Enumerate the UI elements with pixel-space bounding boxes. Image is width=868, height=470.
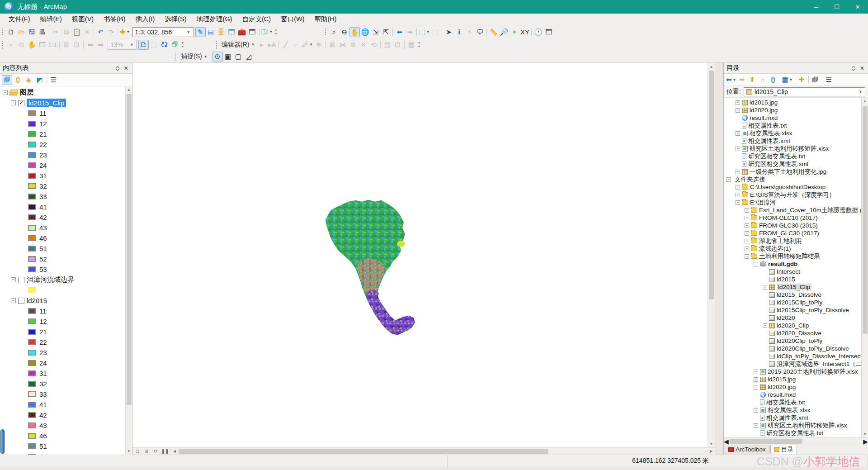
catalog-tree-item[interactable]: Intersect [725, 268, 861, 275]
toc-legend-row[interactable]: 32 [0, 181, 125, 191]
save-icon[interactable]: 🖫 [27, 27, 37, 37]
item-label[interactable]: 研究区相交属性表.txt [748, 152, 805, 160]
list-by-drawing-order-icon[interactable]: 🗊 [2, 75, 12, 85]
contents-view-icon[interactable]: ▦▼ [782, 75, 793, 85]
menu-item-4[interactable]: 书签(B) [99, 14, 130, 25]
item-label[interactable]: ld2020.jpg [750, 107, 778, 114]
item-label[interactable]: FROM_GLC30 (2017) [759, 230, 819, 237]
data-view-button[interactable]: 🗋 [133, 448, 142, 455]
list-by-visibility-icon[interactable]: ◈ [24, 75, 34, 85]
catalog-horizontal-scrollbar[interactable]: ◀ ▶ [724, 437, 868, 445]
add-data-icon[interactable]: ✚▼ [119, 27, 131, 37]
fixed-zoom-in-icon[interactable]: ⇲ [370, 27, 381, 37]
toolbar-grip[interactable] [216, 41, 218, 49]
item-label[interactable]: ld2015_Dissolve [777, 291, 821, 298]
toc-legend-row[interactable] [0, 285, 125, 295]
collapse-icon[interactable]: − [736, 200, 740, 205]
scroll-right-icon[interactable]: ▶ [708, 449, 715, 453]
up-one-level-icon[interactable]: ⬆ [747, 75, 758, 85]
item-label[interactable]: result.mxd [768, 391, 796, 398]
catalog-tree-item[interactable]: +ld2020_Clip [725, 322, 861, 329]
layer-label[interactable]: 沮漳河流域边界 [27, 275, 74, 284]
expand-icon[interactable]: + [736, 131, 740, 136]
list-by-selection-icon[interactable]: ◩ [34, 75, 45, 85]
item-label[interactable]: ld2020_Dissolve [777, 330, 821, 337]
item-label[interactable]: 流域边界(1) [759, 245, 791, 252]
layout-go-back-icon[interactable]: ⬅ [85, 40, 95, 50]
snapping-menu-button[interactable]: 捕捉(S)▼ [179, 52, 209, 61]
catalog-tree-item[interactable]: ld2015Clip_toPly_Dissolve [725, 306, 861, 314]
expand-icon[interactable]: + [736, 108, 740, 113]
toc-legend-row[interactable]: 21 [0, 327, 125, 337]
toc-legend-row[interactable]: 11 [0, 108, 125, 119]
html-popup-icon[interactable]: 🗩 [475, 27, 485, 37]
toolbar-grip[interactable] [2, 41, 4, 49]
item-label[interactable]: ldClip_toPly_Dissolve_Intersect [777, 353, 861, 360]
toc-legend-row[interactable]: 52 [0, 254, 125, 264]
item-label[interactable]: result.mxd [750, 114, 778, 121]
toc-legend-row[interactable]: 43 [0, 223, 125, 233]
item-label[interactable]: ld2015.jpg [768, 376, 796, 383]
toc-layer-row[interactable]: −沮漳河流域边界 [0, 275, 125, 285]
toc-legend-row[interactable]: 46 [0, 431, 125, 441]
expand-icon[interactable]: + [736, 185, 740, 190]
table-of-contents-icon[interactable]: ▤ [206, 27, 216, 37]
scroll-down-icon[interactable]: ▼ [708, 440, 715, 447]
toggle-draft-mode-icon[interactable]: 🗋 [138, 40, 149, 50]
rotate-icon[interactable]: ⟲ [368, 40, 379, 50]
item-label[interactable]: 一级分类下土地利用变化.jpg [750, 168, 826, 176]
split-icon[interactable]: ✕ [358, 40, 368, 50]
layout-zoom-whole-page-icon[interactable]: 🗖 [37, 40, 47, 50]
cut-icon[interactable]: ✂ [51, 27, 61, 37]
toc-legend-row[interactable]: 41 [0, 399, 125, 410]
menu-item-9[interactable]: 窗口(W) [276, 14, 309, 25]
go-forward-extent-icon[interactable]: ➡ [405, 27, 415, 37]
hyperlink-icon[interactable]: ⚡ [464, 27, 475, 37]
undo-icon[interactable]: ↶ [95, 27, 106, 37]
menu-item-5[interactable]: 插入(I) [131, 14, 160, 25]
item-label[interactable]: 研究区土地利用转移矩阵.xlsx [768, 422, 847, 429]
catalog-tree-item[interactable]: ld2015 [725, 275, 861, 283]
expand-icon[interactable]: + [745, 239, 749, 243]
scroll-left-icon[interactable]: ◀ [171, 449, 178, 453]
catalog-tree-item[interactable]: 相交属性表.txt [725, 399, 861, 406]
search-window-icon[interactable]: 🗔 [226, 27, 237, 37]
create-features-icon[interactable]: ▦ [406, 40, 416, 50]
catalog-tree-item[interactable]: +ld2015.jpg [725, 99, 861, 106]
expand-icon[interactable]: + [736, 170, 740, 174]
point-tool-icon[interactable]: ✳ [313, 40, 324, 50]
layout-fixed-zoom-in-icon[interactable]: ⊞ [61, 40, 71, 50]
expand-icon[interactable]: + [763, 323, 767, 328]
go-to-xy-icon[interactable]: XY [519, 27, 530, 37]
copy-icon[interactable]: ⧉ [61, 27, 71, 37]
catalog-tree-item[interactable]: ld2020 [725, 314, 861, 322]
go-back-extent-icon[interactable]: ⬅ [394, 27, 405, 37]
catalog-options-icon[interactable]: ☰ [824, 75, 834, 85]
toc-legend-row[interactable]: 12 [0, 316, 125, 327]
catalog-tree-item[interactable]: +Esri_Land_Cover_10m土地覆盖数据 (2 [725, 206, 861, 214]
identify-icon[interactable]: ℹ [454, 27, 464, 37]
layout-zoom-out-icon[interactable]: ⊖ [16, 40, 27, 50]
tab-目录[interactable]: 目录 [770, 445, 797, 454]
close-icon[interactable]: ✕ [124, 65, 128, 71]
catalog-tree-item[interactable]: x相交属性表.xml [725, 137, 861, 145]
menu-item-10[interactable]: 帮助(H) [310, 14, 342, 25]
layout-pan-icon[interactable]: ✋ [27, 40, 37, 50]
expand-icon[interactable]: + [754, 385, 758, 389]
toc-legend-row[interactable]: 31 [0, 171, 125, 181]
catalog-tree-item[interactable]: +湖北省土地利用 [725, 237, 861, 245]
toolbar-overflow-icon[interactable]: ▾▾ [180, 40, 185, 49]
catalog-forward-icon[interactable]: ➡ [737, 75, 747, 85]
expand-icon[interactable]: + [763, 285, 767, 290]
select-elements-icon[interactable]: ➤ [443, 27, 454, 37]
pause-drawing-button[interactable]: ❚❚ [160, 448, 170, 455]
cut-polygons-icon[interactable]: ⊕ [348, 40, 358, 50]
catalog-tree-item[interactable]: −文件夹连接 [725, 176, 861, 183]
catalog-tree-item[interactable]: +流域边界(1) [725, 245, 861, 252]
expand-icon[interactable]: + [754, 377, 758, 382]
item-label[interactable]: 相交属性表.xml [748, 137, 790, 145]
endpoint-arc-icon[interactable]: ⌐ [291, 40, 301, 50]
collapse-icon[interactable]: − [11, 277, 16, 282]
toc-legend-row[interactable]: 24 [0, 160, 125, 171]
catalog-tree-item[interactable]: +ld2020.jpg [725, 106, 861, 114]
